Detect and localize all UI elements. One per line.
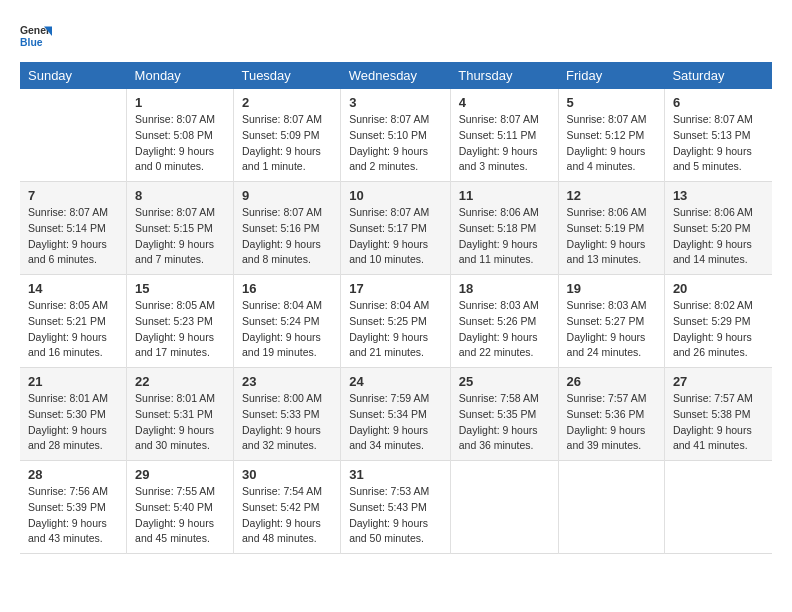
day-info: Sunrise: 8:07 AMSunset: 5:08 PMDaylight:… [135,112,225,175]
calendar-cell: 1Sunrise: 8:07 AMSunset: 5:08 PMDaylight… [127,89,234,182]
calendar-week-2: 7Sunrise: 8:07 AMSunset: 5:14 PMDaylight… [20,182,772,275]
calendar-cell: 13Sunrise: 8:06 AMSunset: 5:20 PMDayligh… [664,182,772,275]
day-number: 19 [567,281,656,296]
calendar-header-row: SundayMondayTuesdayWednesdayThursdayFrid… [20,62,772,89]
day-number: 27 [673,374,764,389]
calendar-body: 1Sunrise: 8:07 AMSunset: 5:08 PMDaylight… [20,89,772,554]
day-number: 8 [135,188,225,203]
day-info: Sunrise: 8:01 AMSunset: 5:31 PMDaylight:… [135,391,225,454]
calendar-cell: 24Sunrise: 7:59 AMSunset: 5:34 PMDayligh… [341,368,451,461]
column-header-tuesday: Tuesday [233,62,340,89]
day-number: 21 [28,374,118,389]
calendar-cell: 31Sunrise: 7:53 AMSunset: 5:43 PMDayligh… [341,461,451,554]
page-header: General Blue [20,20,772,52]
column-header-monday: Monday [127,62,234,89]
day-info: Sunrise: 8:04 AMSunset: 5:25 PMDaylight:… [349,298,442,361]
day-number: 10 [349,188,442,203]
day-number: 5 [567,95,656,110]
day-info: Sunrise: 8:03 AMSunset: 5:26 PMDaylight:… [459,298,550,361]
calendar-cell: 19Sunrise: 8:03 AMSunset: 5:27 PMDayligh… [558,275,664,368]
day-info: Sunrise: 8:01 AMSunset: 5:30 PMDaylight:… [28,391,118,454]
day-info: Sunrise: 7:55 AMSunset: 5:40 PMDaylight:… [135,484,225,547]
day-number: 30 [242,467,332,482]
day-info: Sunrise: 8:00 AMSunset: 5:33 PMDaylight:… [242,391,332,454]
calendar-cell: 30Sunrise: 7:54 AMSunset: 5:42 PMDayligh… [233,461,340,554]
day-number: 26 [567,374,656,389]
column-header-friday: Friday [558,62,664,89]
day-number: 6 [673,95,764,110]
day-info: Sunrise: 7:57 AMSunset: 5:38 PMDaylight:… [673,391,764,454]
day-info: Sunrise: 8:07 AMSunset: 5:15 PMDaylight:… [135,205,225,268]
calendar-cell: 3Sunrise: 8:07 AMSunset: 5:10 PMDaylight… [341,89,451,182]
day-number: 1 [135,95,225,110]
day-info: Sunrise: 8:03 AMSunset: 5:27 PMDaylight:… [567,298,656,361]
column-header-saturday: Saturday [664,62,772,89]
day-info: Sunrise: 8:06 AMSunset: 5:20 PMDaylight:… [673,205,764,268]
day-number: 3 [349,95,442,110]
calendar-week-5: 28Sunrise: 7:56 AMSunset: 5:39 PMDayligh… [20,461,772,554]
day-info: Sunrise: 8:05 AMSunset: 5:21 PMDaylight:… [28,298,118,361]
calendar-cell: 25Sunrise: 7:58 AMSunset: 5:35 PMDayligh… [450,368,558,461]
day-number: 12 [567,188,656,203]
day-number: 17 [349,281,442,296]
day-number: 11 [459,188,550,203]
calendar-cell [664,461,772,554]
day-number: 2 [242,95,332,110]
calendar-cell: 15Sunrise: 8:05 AMSunset: 5:23 PMDayligh… [127,275,234,368]
calendar-cell: 11Sunrise: 8:06 AMSunset: 5:18 PMDayligh… [450,182,558,275]
calendar-cell: 5Sunrise: 8:07 AMSunset: 5:12 PMDaylight… [558,89,664,182]
day-number: 13 [673,188,764,203]
calendar-cell: 4Sunrise: 8:07 AMSunset: 5:11 PMDaylight… [450,89,558,182]
day-number: 28 [28,467,118,482]
column-header-sunday: Sunday [20,62,127,89]
calendar-cell: 2Sunrise: 8:07 AMSunset: 5:09 PMDaylight… [233,89,340,182]
day-info: Sunrise: 8:07 AMSunset: 5:10 PMDaylight:… [349,112,442,175]
day-number: 23 [242,374,332,389]
calendar-cell: 6Sunrise: 8:07 AMSunset: 5:13 PMDaylight… [664,89,772,182]
logo-icon: General Blue [20,20,52,52]
calendar-cell: 23Sunrise: 8:00 AMSunset: 5:33 PMDayligh… [233,368,340,461]
calendar-cell: 22Sunrise: 8:01 AMSunset: 5:31 PMDayligh… [127,368,234,461]
calendar-cell: 28Sunrise: 7:56 AMSunset: 5:39 PMDayligh… [20,461,127,554]
day-number: 29 [135,467,225,482]
calendar-cell [450,461,558,554]
calendar-cell: 18Sunrise: 8:03 AMSunset: 5:26 PMDayligh… [450,275,558,368]
day-number: 16 [242,281,332,296]
day-number: 14 [28,281,118,296]
day-info: Sunrise: 8:04 AMSunset: 5:24 PMDaylight:… [242,298,332,361]
calendar-cell: 10Sunrise: 8:07 AMSunset: 5:17 PMDayligh… [341,182,451,275]
day-info: Sunrise: 8:06 AMSunset: 5:18 PMDaylight:… [459,205,550,268]
day-info: Sunrise: 7:53 AMSunset: 5:43 PMDaylight:… [349,484,442,547]
calendar-cell: 8Sunrise: 8:07 AMSunset: 5:15 PMDaylight… [127,182,234,275]
calendar-cell: 17Sunrise: 8:04 AMSunset: 5:25 PMDayligh… [341,275,451,368]
day-info: Sunrise: 7:56 AMSunset: 5:39 PMDaylight:… [28,484,118,547]
day-number: 25 [459,374,550,389]
day-info: Sunrise: 8:05 AMSunset: 5:23 PMDaylight:… [135,298,225,361]
calendar-week-3: 14Sunrise: 8:05 AMSunset: 5:21 PMDayligh… [20,275,772,368]
calendar-cell [20,89,127,182]
day-info: Sunrise: 7:57 AMSunset: 5:36 PMDaylight:… [567,391,656,454]
day-info: Sunrise: 8:07 AMSunset: 5:14 PMDaylight:… [28,205,118,268]
day-info: Sunrise: 8:07 AMSunset: 5:11 PMDaylight:… [459,112,550,175]
day-info: Sunrise: 8:07 AMSunset: 5:17 PMDaylight:… [349,205,442,268]
day-info: Sunrise: 8:02 AMSunset: 5:29 PMDaylight:… [673,298,764,361]
calendar-cell: 26Sunrise: 7:57 AMSunset: 5:36 PMDayligh… [558,368,664,461]
calendar-week-4: 21Sunrise: 8:01 AMSunset: 5:30 PMDayligh… [20,368,772,461]
day-info: Sunrise: 8:07 AMSunset: 5:13 PMDaylight:… [673,112,764,175]
day-number: 15 [135,281,225,296]
day-info: Sunrise: 7:58 AMSunset: 5:35 PMDaylight:… [459,391,550,454]
day-info: Sunrise: 8:07 AMSunset: 5:09 PMDaylight:… [242,112,332,175]
day-info: Sunrise: 7:59 AMSunset: 5:34 PMDaylight:… [349,391,442,454]
calendar-cell: 21Sunrise: 8:01 AMSunset: 5:30 PMDayligh… [20,368,127,461]
day-number: 4 [459,95,550,110]
calendar-cell: 20Sunrise: 8:02 AMSunset: 5:29 PMDayligh… [664,275,772,368]
day-info: Sunrise: 8:06 AMSunset: 5:19 PMDaylight:… [567,205,656,268]
day-info: Sunrise: 8:07 AMSunset: 5:12 PMDaylight:… [567,112,656,175]
day-number: 31 [349,467,442,482]
calendar-cell: 9Sunrise: 8:07 AMSunset: 5:16 PMDaylight… [233,182,340,275]
calendar-cell: 27Sunrise: 7:57 AMSunset: 5:38 PMDayligh… [664,368,772,461]
day-number: 24 [349,374,442,389]
day-number: 18 [459,281,550,296]
calendar-cell: 16Sunrise: 8:04 AMSunset: 5:24 PMDayligh… [233,275,340,368]
column-header-thursday: Thursday [450,62,558,89]
